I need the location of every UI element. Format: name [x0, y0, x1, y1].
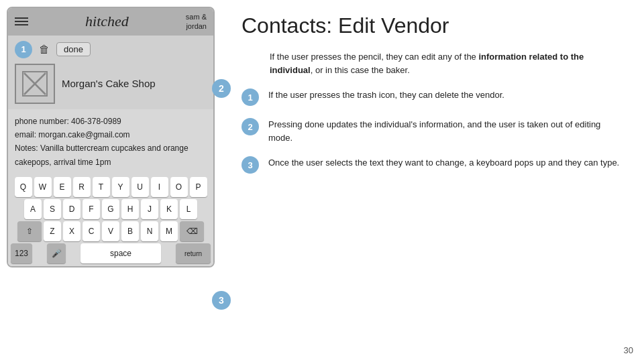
key-w[interactable]: W [34, 177, 52, 197]
key-space[interactable]: space [80, 243, 161, 263]
key-g[interactable]: G [102, 199, 119, 219]
keyboard: Q W E R T Y U I O P A S D F G H J K L [8, 174, 213, 266]
phone-header: hitched sam & jordan [8, 8, 213, 36]
key-j[interactable]: J [141, 199, 158, 219]
key-x[interactable]: X [63, 221, 80, 241]
key-shift[interactable]: ⇧ [17, 221, 42, 241]
instruction-item-pencil: If the user presses the pencil, they can… [241, 50, 624, 76]
phone-field: phone number: 406-378-0989 [15, 115, 207, 128]
key-f[interactable]: F [83, 199, 100, 219]
contact-actions: 1 🗑 done [15, 41, 207, 58]
key-s[interactable]: S [44, 199, 61, 219]
contact-details: phone number: 406-378-0989 email: morgan… [8, 109, 213, 175]
key-i[interactable]: I [151, 177, 168, 197]
key-b[interactable]: B [121, 221, 139, 241]
contact-info-row: Morgan's Cake Shop [15, 64, 207, 104]
keyboard-row-1: Q W E R T Y U I O P [9, 177, 212, 197]
edit-badge: 1 [15, 41, 32, 58]
keyboard-row-3: ⇧ Z X C V B N M ⌫ [9, 221, 212, 241]
trash-button[interactable]: 🗑 [36, 42, 52, 57]
key-r[interactable]: R [73, 177, 91, 197]
key-c[interactable]: C [83, 221, 100, 241]
instructions-list: If the user presses the pencil, they can… [241, 50, 624, 174]
key-v[interactable]: V [102, 221, 119, 241]
hamburger-icon[interactable] [15, 17, 28, 25]
instruction-badge-2: 2 [241, 118, 259, 135]
keyboard-row-4: 123 🎤 space return [9, 243, 212, 263]
key-123[interactable]: 123 [11, 243, 32, 263]
instruction-badge-1: 1 [241, 88, 259, 106]
instruction-text-done: Pressing done updates the individual's i… [268, 118, 624, 144]
key-m[interactable]: M [160, 221, 178, 241]
contact-card: 1 🗑 done Morgan's Cake Shop [8, 36, 213, 109]
key-t[interactable]: T [93, 177, 110, 197]
contact-photo [15, 64, 55, 104]
key-z[interactable]: Z [44, 221, 61, 241]
notes-field: Notes: Vanilla buttercream cupcakes and … [15, 141, 207, 169]
email-field: email: morgan.cake@gmail.com [15, 128, 207, 141]
key-y[interactable]: Y [112, 177, 129, 197]
instruction-item-done: 2 Pressing done updates the individual's… [241, 118, 624, 144]
key-p[interactable]: P [190, 177, 207, 197]
contact-name: Morgan's Cake Shop [62, 78, 156, 89]
key-d[interactable]: D [63, 199, 80, 219]
done-button[interactable]: done [56, 42, 91, 56]
key-o[interactable]: O [170, 177, 188, 197]
instruction-item-trash: 1 If the user presses the trash icon, th… [241, 88, 624, 106]
instruction-item-keyboard: 3 Once the user selects the text they wa… [241, 156, 624, 174]
page-number: 30 [624, 345, 633, 355]
instruction-text-trash: If the user presses the trash icon, they… [268, 88, 624, 102]
key-h[interactable]: H [121, 199, 139, 219]
instruction-badge-3: 3 [241, 156, 259, 174]
key-l[interactable]: L [180, 199, 197, 219]
key-k[interactable]: K [160, 199, 178, 219]
photo-x-icon [21, 70, 48, 97]
key-backspace[interactable]: ⌫ [180, 221, 204, 241]
phone-mockup: hitched sam & jordan 1 🗑 done [7, 7, 215, 267]
user-names: sam & jordan [186, 12, 207, 32]
key-mic[interactable]: 🎤 [47, 243, 66, 263]
key-q[interactable]: Q [15, 177, 32, 197]
key-return[interactable]: return [176, 243, 211, 263]
key-e[interactable]: E [54, 177, 71, 197]
instruction-text-keyboard: Once the user selects the text they want… [268, 156, 624, 170]
instruction-text-pencil: If the user presses the pencil, they can… [270, 50, 624, 76]
key-n[interactable]: N [141, 221, 158, 241]
key-u[interactable]: U [131, 177, 149, 197]
key-a[interactable]: A [24, 199, 42, 219]
keyboard-row-2: A S D F G H J K L [9, 199, 212, 219]
page-title: Contacts: Edit Vendor [241, 13, 624, 38]
brand-name: hitched [85, 13, 129, 30]
